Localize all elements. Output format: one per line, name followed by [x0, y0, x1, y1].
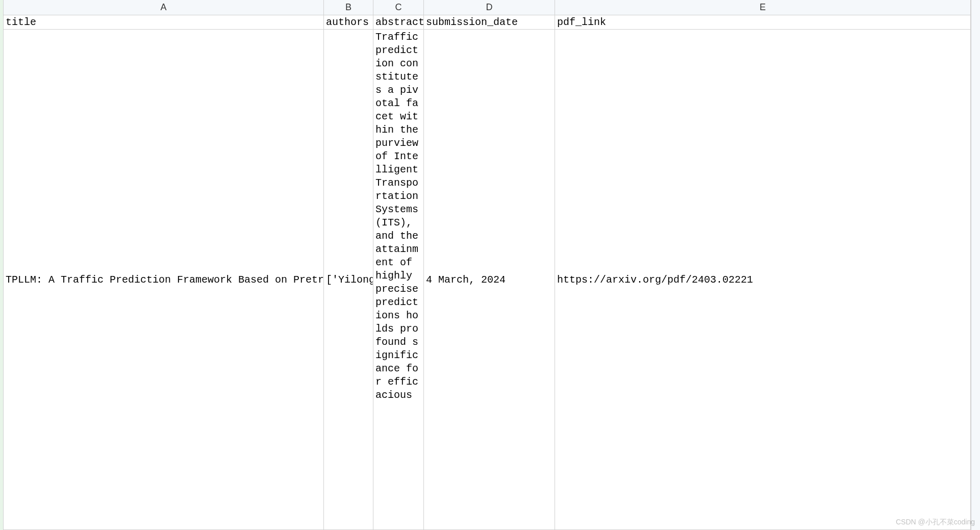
column-header-E[interactable]: E	[555, 0, 971, 15]
column-headers-row: A B C D E	[4, 0, 971, 15]
cell-E2[interactable]: https://arxiv.org/pdf/2403.02221	[555, 30, 971, 529]
cell-E1[interactable]: pdf_link	[555, 15, 971, 29]
data-area: title authors abstract submission_date p…	[4, 15, 971, 530]
main-area: A B C D E title authors abstract submiss…	[4, 0, 971, 530]
cell-D1[interactable]: submission_date	[424, 15, 555, 29]
cell-C2[interactable]: Traffic prediction constitutes a pivotal…	[373, 30, 424, 529]
right-edge	[971, 0, 980, 530]
table-row: title authors abstract submission_date p…	[4, 15, 971, 30]
cell-C1[interactable]: abstract	[373, 15, 424, 29]
cell-D2[interactable]: 4 March, 2024	[424, 30, 555, 529]
cell-B2[interactable]: ['Yilong F	[324, 30, 373, 529]
column-header-A[interactable]: A	[4, 0, 324, 15]
cell-A1[interactable]: title	[4, 15, 324, 29]
table-row: TPLLM: A Traffic Prediction Framework Ba…	[4, 30, 971, 530]
row-gutter	[0, 0, 4, 530]
column-header-B[interactable]: B	[324, 0, 373, 15]
column-header-D[interactable]: D	[424, 0, 555, 15]
spreadsheet: A B C D E title authors abstract submiss…	[0, 0, 980, 530]
cell-B1[interactable]: authors	[324, 15, 373, 29]
cell-A2[interactable]: TPLLM: A Traffic Prediction Framework Ba…	[4, 30, 324, 529]
column-header-C[interactable]: C	[373, 0, 424, 15]
